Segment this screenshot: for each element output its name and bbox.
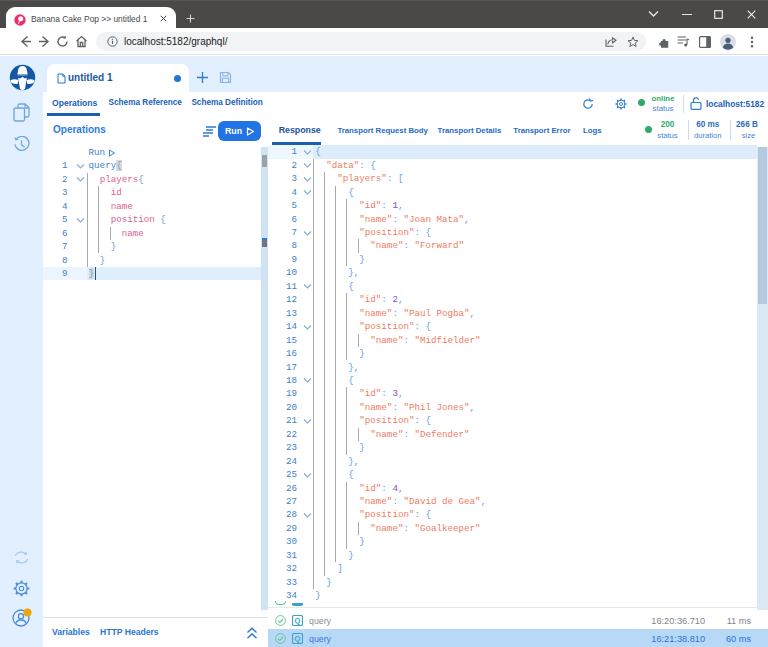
svg-text:Q: Q	[295, 616, 301, 625]
svg-text:Q: Q	[295, 634, 301, 643]
